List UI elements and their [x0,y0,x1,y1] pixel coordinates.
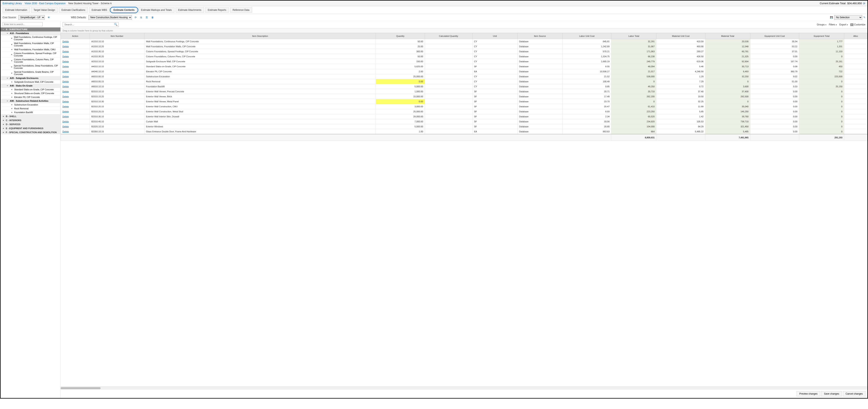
tab-estimate-attachments[interactable]: Estimate Attachments [176,7,204,12]
breadcrumb-library[interactable]: Estimating Library [3,2,22,5]
col-alloc[interactable]: Alloc [844,33,867,39]
tree-leaf[interactable]: +Wall Foundations, Continuous Footings, … [1,35,60,41]
tree-leaf[interactable]: +Column Foundations, Spread Footings, CI… [1,52,60,58]
delete-link[interactable]: Delete [62,130,69,133]
col-action[interactable]: Action [61,33,90,39]
delete-link[interactable]: Delete [62,40,69,42]
table-row[interactable]: DeleteB2050.10.15Glass Entrance Double D… [61,129,867,134]
plus-icon[interactable]: + [10,107,13,110]
cell-quantity[interactable]: 25.00 [376,44,425,49]
tree-section-e[interactable]: +E - EQUIPMENT AND FURNISHINGS [1,126,60,130]
tree-leaf[interactable]: +Structural Slabs-on-Grade, CIP Concrete [1,91,60,95]
wbs-defaults-select[interactable]: New Construction,Student Housing [88,15,132,20]
tree-leaf[interactable]: +Column Foundations, Column Piers, CIP C… [1,58,60,64]
tab-estimate-information[interactable]: Estimate Information [3,7,30,12]
collapse-icon[interactable]: − [6,77,9,79]
table-row[interactable]: DeleteB2010.10.20Exterior Wall Veneer, B… [61,94,867,99]
content-search-input[interactable] [63,22,119,27]
delete-link[interactable]: Delete [62,65,69,68]
delete-link[interactable]: Delete [62,100,69,103]
cell-quantity[interactable]: 150.00 [376,59,425,64]
cell-quantity[interactable]: 5,625.00 [376,64,425,69]
col-item-number[interactable]: Item Number [90,33,144,39]
plus-icon[interactable]: + [10,92,13,94]
col-equipment-unit-cost[interactable]: Equipment Unit Cost [750,33,799,39]
cell-quantity[interactable]: 0.00 [376,79,425,84]
plus-icon[interactable]: + [10,59,13,62]
table-row[interactable]: DeleteA2010.10.10Subgrade Enclosure Wall… [61,59,867,64]
selection-dropdown[interactable]: No Selection [834,15,862,20]
expand-icon[interactable]: + [2,123,5,125]
cancel-changes-button[interactable]: Cancel changes [843,391,865,397]
tab-estimate-markups[interactable]: Estimate Markups and Totals [138,7,175,12]
col-quantity[interactable]: Quantity [376,33,425,39]
table-row[interactable]: DeleteB2010.40.10Curtain Wall7,000.00SFD… [61,119,867,124]
col-item-description[interactable]: Item Description [144,33,376,39]
breadcrumb-program[interactable]: Vision 2030 - East Campus Expansion [25,2,66,5]
col-item-source[interactable]: Item Source [517,33,562,39]
plus-icon[interactable]: + [10,53,12,56]
wbs-delete-icon[interactable]: 🗑 [151,16,155,19]
horizontal-scrollbar[interactable] [61,387,867,389]
save-disk-icon[interactable]: 💾 [830,16,833,19]
expand-icon[interactable]: + [2,127,5,129]
tree-section-f[interactable]: +F - SPECIAL CONSTRUCTION AND DEMOLITION [1,130,60,134]
tab-target-value-design[interactable]: Target Value Design [31,7,58,12]
eye-toggle-icon[interactable]: 👁 [47,16,51,19]
cost-source-select[interactable]: SimpleBudget - UF [19,15,45,20]
customize-button[interactable]: ⚙ Customize [850,23,865,26]
plus-icon[interactable]: + [10,43,13,46]
tree-section-a[interactable]: −A - SUBSTRUCTURE [1,27,60,31]
tab-estimate-wbs[interactable]: Estimate WBS [89,7,110,12]
tree-leaf[interactable]: +Wall Foundations, Foundation Walls, CMU [1,48,60,52]
table-row[interactable]: DeleteB2010.30.10Exterior Wall Interior … [61,114,867,119]
col-equipment-total[interactable]: Equipment Total [799,33,844,39]
delete-link[interactable]: Delete [62,60,69,63]
delete-link[interactable]: Delete [62,55,69,58]
tree-leaf[interactable]: +Foundation Backfill [1,111,60,114]
plus-icon[interactable]: + [10,48,13,51]
tree-leaf[interactable]: +Standard Slabs-on-Grade, CIP Concrete [1,88,60,91]
col-labor-total[interactable]: Labor Total [611,33,656,39]
delete-link[interactable]: Delete [62,105,69,108]
delete-link[interactable]: Delete [62,125,69,128]
table-row[interactable]: DeleteA4010.10.10Standard Slabs-on-Grade… [61,64,867,69]
cell-quantity[interactable]: 1.00 [376,129,425,134]
table-row[interactable]: DeleteA1010.10.10Wall Foundations, Conti… [61,39,867,44]
plus-icon[interactable]: + [10,111,13,114]
tab-estimate-reports[interactable]: Estimate Reports [205,7,229,12]
tree-leaf[interactable]: +Substructure Excavation [1,103,60,107]
col-unit[interactable]: Unit [472,33,517,39]
table-row[interactable]: DeleteA9010.00.10Substructure Excavation… [61,74,867,79]
cell-quantity[interactable]: 3,000.00 [376,104,425,109]
table-row[interactable]: DeleteA1010.10.20Wall Foundations, Found… [61,44,867,49]
cell-quantity[interactable]: 15,000.00 [376,94,425,99]
plus-icon[interactable]: + [10,104,13,106]
tree-sub-a20[interactable]: −A20 - Subgrade Enclosures [1,76,60,80]
cell-quantity[interactable]: 28,000.00 [376,114,425,119]
plus-icon[interactable]: + [10,66,12,68]
table-row[interactable]: DeleteA1010.30.10Column Foundations, Spr… [61,49,867,54]
tree-leaf[interactable]: +Wall Foundations, Foundation Walls, CIP… [1,41,60,48]
cell-quantity[interactable]: 50.00 [376,39,425,44]
save-changes-button[interactable]: Save changes [822,391,842,397]
tab-estimate-clarifications[interactable]: Estimate Clarifications [59,7,88,12]
group-by-bar[interactable]: Drag a column header here to group by th… [61,28,867,33]
wbs-copy-icon[interactable]: ⧉ [140,16,143,19]
col-labor-unit-cost[interactable]: Labor Unit Cost [562,33,611,39]
delete-link[interactable]: Delete [62,80,69,83]
tree-section-d[interactable]: +D - SERVICES [1,122,60,126]
plus-icon[interactable]: + [10,37,12,39]
table-row[interactable]: DeleteA1010.30.20Column Foundations, Col… [61,54,867,59]
tree-leaf[interactable]: +Special Foundations, Deep Foundations, … [1,64,60,70]
search-icon[interactable]: 🔍 [114,23,117,26]
cell-quantity[interactable]: 50.00 [376,54,425,59]
cell-quantity[interactable]: 300.00 [376,49,425,54]
sidebar-search-input[interactable] [3,22,42,26]
table-row[interactable]: DeleteB2010.10.30Exterior Wall Veneer, M… [61,99,867,104]
plus-icon[interactable]: + [10,96,13,98]
delete-link[interactable]: Delete [62,45,69,48]
delete-link[interactable]: Delete [62,75,69,78]
delete-link[interactable]: Delete [62,110,69,113]
tree-leaf[interactable]: +Rock Removal [1,107,60,111]
